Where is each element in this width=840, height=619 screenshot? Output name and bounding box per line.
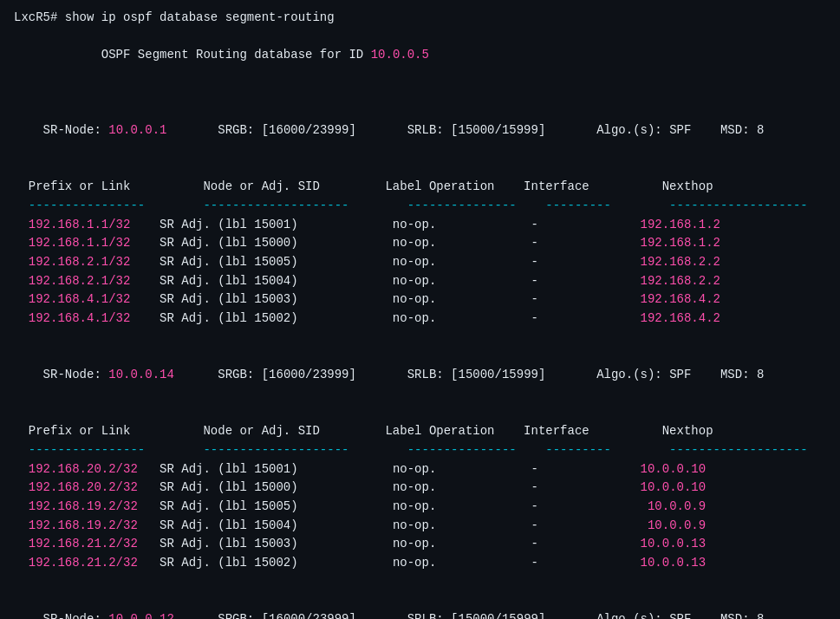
- row-1-5: 192.168.4.1/32 SR Adj. (lbl 15003) no-op…: [14, 290, 826, 310]
- row-2-3: 192.168.19.2/32 SR Adj. (lbl 15005) no-o…: [14, 498, 826, 517]
- dashes-2: ---------------- -------------------- --…: [14, 441, 826, 460]
- blank-1: [14, 84, 826, 103]
- row-1-2: 192.168.1.1/32 SR Adj. (lbl 15000) no-op…: [14, 234, 826, 253]
- row-1-1: 192.168.1.1/32 SR Adj. (lbl 15001) no-op…: [14, 216, 826, 235]
- blank-3: [14, 329, 826, 348]
- sr-node-line-2: SR-Node: 10.0.0.14 SRGB: [16000/23999] S…: [14, 347, 826, 403]
- row-1-4: 192.168.2.1/32 SR Adj. (lbl 15004) no-op…: [14, 272, 826, 291]
- sr-node-line-1: SR-Node: 10.0.0.1 SRGB: [16000/23999] SR…: [14, 102, 826, 159]
- row-1-3: 192.168.2.1/32 SR Adj. (lbl 15005) no-op…: [14, 253, 826, 272]
- blank-2: [14, 160, 826, 179]
- title-line: OSPF Segment Routing database for ID 10.…: [14, 28, 826, 84]
- row-2-4: 192.168.19.2/32 SR Adj. (lbl 15004) no-o…: [14, 517, 826, 536]
- terminal-window: LxcR5# show ip ospf database segment-rou…: [0, 0, 840, 619]
- col-header-2: Prefix or Link Node or Adj. SID Label Op…: [14, 422, 826, 441]
- blank-5: [14, 573, 826, 592]
- row-1-6: 192.168.4.1/32 SR Adj. (lbl 15002) no-op…: [14, 310, 826, 329]
- dashes-1: ---------------- -------------------- --…: [14, 197, 826, 216]
- row-2-5: 192.168.21.2/32 SR Adj. (lbl 15003) no-o…: [14, 535, 826, 554]
- row-2-2: 192.168.20.2/32 SR Adj. (lbl 15000) no-o…: [14, 479, 826, 498]
- col-header-1: Prefix or Link Node or Adj. SID Label Op…: [14, 178, 826, 197]
- sr-node-line-3: SR-Node: 10.0.0.12 SRGB: [16000/23999] S…: [14, 591, 826, 619]
- row-2-1: 192.168.20.2/32 SR Adj. (lbl 15001) no-o…: [14, 460, 826, 479]
- blank-4: [14, 403, 826, 422]
- row-2-6: 192.168.21.2/32 SR Adj. (lbl 15002) no-o…: [14, 554, 826, 573]
- prompt-line: LxcR5# show ip ospf database segment-rou…: [14, 9, 826, 28]
